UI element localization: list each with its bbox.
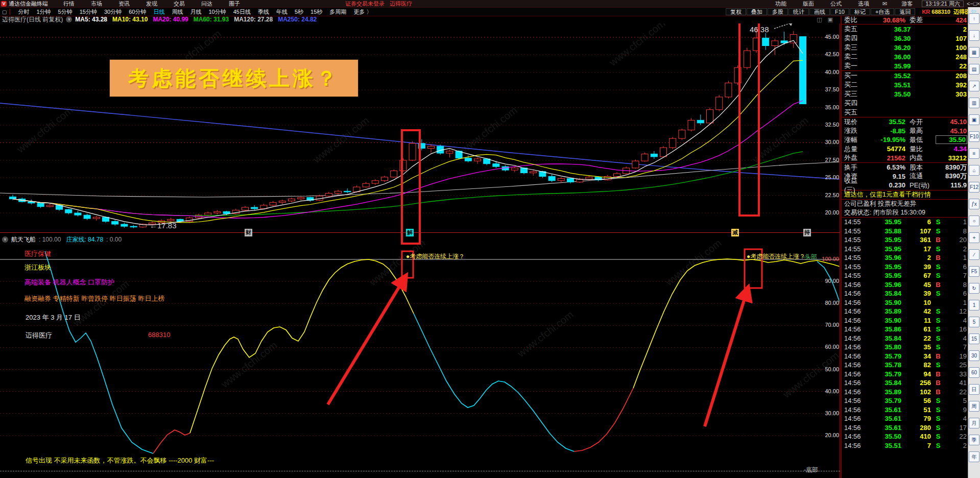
collapse-chevron-icon[interactable]: ∨ xyxy=(66,16,72,22)
period-quarter-icon[interactable]: 季 xyxy=(969,435,979,445)
action-button-3[interactable]: 统计 xyxy=(788,8,809,15)
period-tab-年线[interactable]: 年线 xyxy=(273,9,291,15)
clock-icon[interactable]: ○ xyxy=(969,216,979,226)
user-label[interactable]: 游客 xyxy=(901,0,913,8)
f12-trade-icon[interactable]: F12 xyxy=(969,182,979,193)
menu-item-4[interactable]: 交易 xyxy=(165,1,193,7)
tape-price: 35.89 xyxy=(868,388,901,396)
red-arrow[interactable] xyxy=(328,280,403,404)
move-crosshair-icon[interactable]: + xyxy=(969,232,979,243)
event-badge-减[interactable]: 减 xyxy=(731,229,739,236)
time-sales-list[interactable]: 14:5535.956S114:5535.88107S814:5535.9536… xyxy=(842,218,969,450)
page-up-icon[interactable]: ↑ xyxy=(969,13,979,24)
period-tab-10分钟[interactable]: 10分钟 xyxy=(205,9,229,15)
period-15min-icon[interactable]: 15 xyxy=(969,333,979,344)
trend-chart-icon[interactable]: ↗ xyxy=(969,81,979,91)
multi-pane-icon[interactable]: ▣ xyxy=(969,114,979,125)
period-tab-日线[interactable]: 日线 xyxy=(150,9,168,15)
f10-info-icon[interactable]: F10 xyxy=(969,131,979,142)
indicator-collapse-icon[interactable]: ∨ xyxy=(2,236,8,243)
sell-row-0[interactable]: 卖五36.372 xyxy=(842,25,969,34)
period-tab-15秒[interactable]: 15秒 xyxy=(307,9,326,15)
panel-divider[interactable] xyxy=(0,232,840,233)
period-tab-45日线[interactable]: 45日线 xyxy=(230,9,254,15)
menu-item-5[interactable]: 问达 xyxy=(193,1,221,7)
back-arrow-icon[interactable]: ⇦ xyxy=(971,7,976,15)
notice-stock-name[interactable]: 迈得医疗 xyxy=(390,0,412,8)
red-arrow[interactable] xyxy=(705,292,747,426)
stat-label: 流通 xyxy=(905,172,936,181)
f5-switch-icon[interactable]: F5 xyxy=(969,266,979,277)
sell-row-1[interactable]: 卖四36.30107 xyxy=(842,34,969,43)
sell-row-3[interactable]: 卖二36.00248 xyxy=(842,52,969,61)
event-badge-财[interactable]: 财 xyxy=(245,229,252,236)
buy-row-3[interactable]: 买四 xyxy=(842,99,969,108)
menu-item-0[interactable]: 行情 xyxy=(55,1,83,7)
right-menu-item-0[interactable]: 功能 xyxy=(767,1,795,7)
more-periods-button[interactable]: 更多 〉 xyxy=(350,8,375,16)
buy-row-1[interactable]: 买二35.51392 xyxy=(842,80,969,89)
action-button-8[interactable]: 返回 xyxy=(895,8,915,15)
menu-item-1[interactable]: 市场 xyxy=(83,1,110,7)
period-60min-icon[interactable]: 60 xyxy=(969,367,979,378)
block-tree-icon[interactable]: ≡ xyxy=(969,148,979,159)
right-menu-item-1[interactable]: 版面 xyxy=(795,1,822,7)
period-tab-5秒[interactable]: 5秒 xyxy=(291,9,307,15)
stat-value: 33212 xyxy=(936,154,967,162)
sell-row-4[interactable]: 卖一35.9922 xyxy=(842,61,969,70)
buy-row-2[interactable]: 买三35.50303 xyxy=(842,89,969,99)
pane-layout-icon[interactable]: ▢ xyxy=(2,9,7,15)
kline-chart-icon[interactable]: ▥ xyxy=(969,98,979,108)
period-day-icon[interactable]: 日 xyxy=(969,384,979,395)
window-restore-button[interactable]: □ xyxy=(973,1,977,7)
period-tab-季线[interactable]: 季线 xyxy=(254,9,273,15)
event-badge-持[interactable]: 持 xyxy=(803,229,811,236)
tape-count: 12 xyxy=(945,307,967,315)
login-notice[interactable]: 证券交易未登录 xyxy=(345,0,385,8)
message-icon[interactable]: ✉ xyxy=(882,1,887,7)
refresh-icon[interactable]: ↻ xyxy=(969,283,979,294)
period-month-icon[interactable]: 月 xyxy=(969,418,979,428)
event-badge-解[interactable]: 解 xyxy=(406,229,414,236)
menu-item-6[interactable]: 圈子 xyxy=(221,1,248,7)
action-button-1[interactable]: 叠加 xyxy=(747,8,767,15)
action-button-6[interactable]: 标记 xyxy=(850,8,870,15)
menu-item-3[interactable]: 发现 xyxy=(138,1,165,7)
period-tab-周线[interactable]: 周线 xyxy=(168,9,186,15)
company-icon[interactable]: ⌂ xyxy=(969,165,979,176)
tape-time: 14:56 xyxy=(844,290,868,297)
action-button-4[interactable]: 画线 xyxy=(809,8,830,15)
tape-volume: 6 xyxy=(901,218,931,226)
period-tab-30分钟[interactable]: 30分钟 xyxy=(101,9,125,15)
period-tab-1分钟[interactable]: 1分钟 xyxy=(33,9,54,15)
period-30min-icon[interactable]: 30 xyxy=(969,350,979,361)
chart-header-icons[interactable]: ◫ ▣ xyxy=(817,16,835,23)
draw-pencil-icon[interactable]: ∕ xyxy=(969,249,979,260)
buy-row-0[interactable]: 买一35.52208 xyxy=(842,71,969,80)
period-year-icon[interactable]: 年 xyxy=(969,451,979,462)
period-tab-15分钟[interactable]: 15分钟 xyxy=(76,9,101,15)
action-button-2[interactable]: 多股 xyxy=(768,8,788,15)
period-tab-60分钟[interactable]: 60分钟 xyxy=(125,9,150,15)
period-tab-5分钟[interactable]: 5分钟 xyxy=(55,9,76,15)
action-button-5[interactable]: F10 xyxy=(830,8,849,15)
action-button-0[interactable]: 复权 xyxy=(726,8,746,15)
window-close-button[interactable]: × xyxy=(977,1,980,7)
period-week-icon[interactable]: 周 xyxy=(969,401,979,412)
right-menu-item-3[interactable]: 选项 xyxy=(850,1,877,7)
period-tab-多周期[interactable]: 多周期 xyxy=(326,9,350,15)
page-down-icon[interactable]: ↓ xyxy=(969,30,979,41)
action-button-7[interactable]: +自选 xyxy=(871,8,894,15)
buy-row-4[interactable]: 买五 xyxy=(842,108,969,117)
report-table-icon[interactable]: ▤ xyxy=(969,64,979,75)
menu-item-2[interactable]: 资讯 xyxy=(110,1,138,7)
period-1min-icon[interactable]: 1 xyxy=(969,300,979,310)
right-menu-item-2[interactable]: 公式 xyxy=(822,1,850,7)
period-tab-月线[interactable]: 月线 xyxy=(186,9,205,15)
period-tab-分时[interactable]: 分时 xyxy=(14,9,33,15)
period-5min-icon[interactable]: 5 xyxy=(969,317,979,327)
formula-icon[interactable]: ƒx xyxy=(969,199,979,209)
sell-row-2[interactable]: 卖三36.20100 xyxy=(842,43,969,52)
ad-banner[interactable]: 通达信，仅需1元查看千档行情 xyxy=(842,190,969,199)
quote-grid-icon[interactable]: ▦ xyxy=(969,47,979,58)
